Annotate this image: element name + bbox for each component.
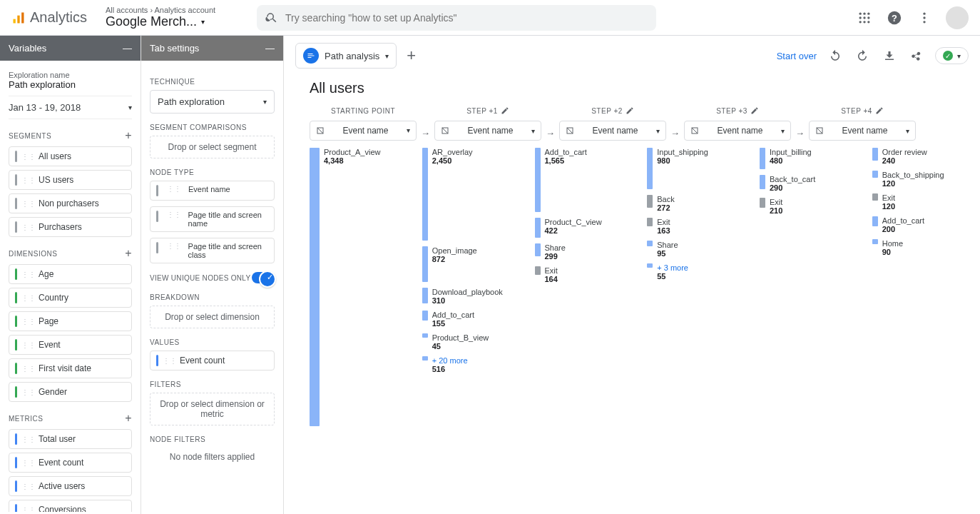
- edit-icon[interactable]: [875, 106, 884, 115]
- dimension-chip[interactable]: ⋮⋮Event: [9, 335, 132, 355]
- steps-header-row: STARTING POINT Event name▾ → STEP +1 Eve…: [310, 106, 969, 141]
- more-link[interactable]: + 3 more: [657, 263, 688, 272]
- node-type-chip[interactable]: ⋮⋮Page title and screen class: [150, 238, 275, 263]
- undo-icon[interactable]: [827, 47, 844, 64]
- edit-icon[interactable]: [501, 106, 509, 115]
- sankey-node[interactable]: Exit210: [760, 198, 856, 215]
- node-bar: [647, 218, 653, 226]
- segment-chip[interactable]: ⋮⋮All users: [9, 146, 132, 166]
- apps-icon[interactable]: [856, 9, 873, 26]
- sankey-node[interactable]: Download_playbook310: [422, 288, 519, 305]
- node-type-chip[interactable]: ⋮⋮Event name: [150, 181, 275, 201]
- dimension-chip[interactable]: ⋮⋮First visit date: [9, 358, 132, 378]
- more-link[interactable]: + 20 more: [432, 356, 468, 365]
- sankey-node[interactable]: Input_billing480: [760, 148, 856, 169]
- account-selector[interactable]: Google Merch... ▾: [106, 14, 234, 29]
- sankey-column: Input_shipping980 Back272 Exit163 Share9…: [647, 148, 743, 432]
- chevron-down-icon: ▾: [385, 52, 389, 60]
- edit-icon[interactable]: [750, 106, 759, 115]
- svg-point-10: [863, 21, 865, 23]
- sankey-node[interactable]: Back_to_cart290: [760, 175, 856, 192]
- segment-chip[interactable]: ⋮⋮Purchasers: [9, 217, 132, 237]
- node-type-chip[interactable]: ⋮⋮Page title and screen name: [150, 206, 275, 232]
- sankey-node[interactable]: Exit164: [535, 266, 631, 283]
- segment-chip[interactable]: ⋮⋮Non purchasers: [9, 193, 132, 213]
- dimension-chip[interactable]: ⋮⋮Gender: [9, 382, 132, 402]
- node-value: 90: [882, 248, 903, 256]
- event-icon: [815, 126, 824, 135]
- more-icon[interactable]: [916, 9, 933, 26]
- edit-icon[interactable]: [626, 106, 634, 115]
- chevron-down-icon: ▾: [263, 98, 267, 106]
- avatar[interactable]: [946, 6, 969, 29]
- metric-chip[interactable]: ⋮⋮Event count: [9, 453, 132, 473]
- metric-chip[interactable]: ⋮⋮Conversions: [9, 500, 132, 512]
- sankey-node[interactable]: Open_image872: [422, 246, 519, 282]
- segment-dropzone[interactable]: Drop or select segment: [150, 136, 275, 158]
- sankey-node[interactable]: Back_to_shipping120: [872, 171, 969, 188]
- filters-dropzone[interactable]: Drop or select dimension or metric: [150, 393, 275, 425]
- step-column: STARTING POINT Event name▾: [310, 107, 417, 141]
- step-event-select[interactable]: Event name▾: [310, 121, 417, 141]
- exploration-name[interactable]: Path exploration: [9, 79, 132, 90]
- sankey-node[interactable]: Product_C_view422: [535, 218, 631, 238]
- unique-nodes-toggle[interactable]: ✓: [252, 272, 275, 283]
- add-metric-button[interactable]: +: [125, 412, 132, 425]
- sankey-node[interactable]: Add_to_cart155: [422, 311, 519, 328]
- download-icon[interactable]: [881, 47, 898, 64]
- collapse-icon[interactable]: —: [123, 43, 132, 54]
- value-chip[interactable]: ⋮⋮Event count: [150, 351, 275, 371]
- exploration-tab[interactable]: Path analysis ▾: [295, 43, 397, 69]
- sankey-node[interactable]: Add_to_cart1,565: [535, 148, 631, 212]
- node-label: Product_C_view: [545, 218, 602, 226]
- sankey-node[interactable]: Order review240: [872, 148, 969, 165]
- breakdown-dropzone[interactable]: Drop or select dimension: [150, 306, 275, 328]
- date-range-selector[interactable]: Jan 13 - 19, 2018 ▾: [9, 96, 132, 119]
- sankey-node[interactable]: Share299: [535, 243, 631, 261]
- node-bar: [535, 243, 541, 256]
- sankey-node[interactable]: Home90: [872, 239, 969, 256]
- arrow-icon: →: [666, 109, 684, 138]
- sankey-node[interactable]: Input_shipping980: [647, 148, 743, 189]
- step-event-select[interactable]: Event name▾: [434, 121, 541, 141]
- sankey-node[interactable]: Product_A_view4,348: [310, 148, 406, 426]
- chevron-down-icon: ▾: [531, 127, 535, 135]
- node-label: Exit: [657, 218, 670, 226]
- sankey-node[interactable]: Exit120: [872, 193, 969, 211]
- node-label: Add_to_cart: [432, 311, 474, 319]
- sankey-node[interactable]: Product_B_view45: [422, 333, 519, 351]
- step-event-select[interactable]: Event name▾: [684, 121, 791, 141]
- start-over-button[interactable]: Start over: [777, 51, 817, 61]
- sankey-node[interactable]: Exit163: [647, 218, 743, 235]
- segment-chip[interactable]: ⋮⋮US users: [9, 170, 132, 190]
- dimension-chip[interactable]: ⋮⋮Country: [9, 288, 132, 308]
- collapse-icon[interactable]: —: [265, 43, 275, 54]
- add-segment-button[interactable]: +: [125, 129, 132, 142]
- add-tab-button[interactable]: +: [407, 46, 416, 65]
- sankey-more[interactable]: + 3 more55: [647, 263, 743, 281]
- share-icon[interactable]: [908, 47, 925, 64]
- sankey-node[interactable]: AR_overlay2,450: [422, 148, 519, 241]
- tab-settings-header: Tab settings —: [141, 36, 283, 61]
- metric-chip[interactable]: ⋮⋮Active users: [9, 476, 132, 496]
- drag-handle-icon: ⋮⋮: [21, 223, 36, 231]
- step-event-select[interactable]: Event name▾: [559, 121, 666, 141]
- technique-select[interactable]: Path exploration▾: [150, 90, 275, 114]
- dimension-chip[interactable]: ⋮⋮Page: [9, 311, 132, 331]
- search-box[interactable]: [257, 5, 656, 31]
- sankey-more[interactable]: + 20 more516: [422, 356, 519, 373]
- search-input[interactable]: [285, 12, 648, 24]
- add-dimension-button[interactable]: +: [125, 247, 132, 260]
- status-pill[interactable]: ✓ ▾: [935, 47, 969, 64]
- variables-panel: Variables — Exploration name Path explor…: [0, 36, 141, 514]
- dimension-chip[interactable]: ⋮⋮Age: [9, 264, 132, 284]
- redo-icon[interactable]: [854, 47, 871, 64]
- step-event-select[interactable]: Event name▾: [809, 121, 916, 141]
- sankey-node[interactable]: Back272: [647, 195, 743, 212]
- metric-chip[interactable]: ⋮⋮Total user: [9, 429, 132, 449]
- sankey-node[interactable]: Share95: [647, 241, 743, 258]
- sankey-node[interactable]: Add_to_cart200: [872, 216, 969, 233]
- help-icon[interactable]: ?: [886, 9, 903, 26]
- node-value: 422: [545, 226, 602, 235]
- logo[interactable]: Analytics: [11, 9, 87, 26]
